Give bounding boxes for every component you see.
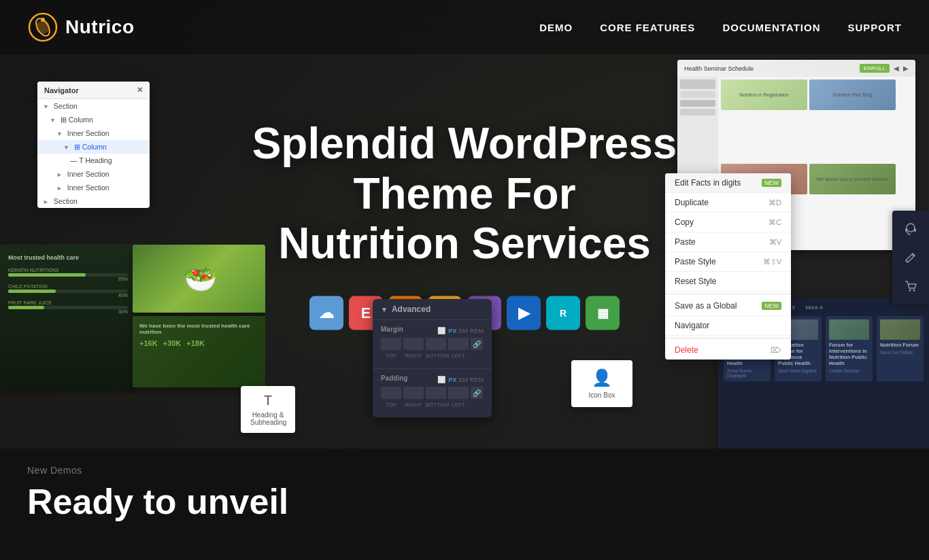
padding-link-icon[interactable]: 🔗: [471, 387, 483, 399]
padding-bottom-input[interactable]: [426, 387, 446, 399]
navigator-close-icon[interactable]: ✕: [137, 86, 143, 94]
forum-card-img-3: [829, 319, 869, 340]
margin-link-icon[interactable]: 🔗: [471, 338, 483, 350]
seminar-thumb-1: Nutrition in Registration: [721, 80, 807, 110]
thumb-label-2: Nutrition Plan Blog: [832, 92, 872, 97]
stat-bar-1: KERATIN NUTRITIONS 65%: [8, 268, 128, 281]
nav-item-heading[interactable]: — T Heading: [37, 154, 150, 167]
ctx-delete[interactable]: Delete ⌦: [665, 340, 791, 360]
edit-icon: [904, 251, 917, 264]
revolution-plugin-icon[interactable]: R: [546, 296, 580, 330]
stats-row: +16K +30K +18K: [139, 339, 262, 347]
forum-nav-views[interactable]: More 4: [803, 303, 826, 312]
ctx-navigator[interactable]: Navigator: [665, 316, 791, 336]
nav-demo[interactable]: DEMO: [539, 22, 573, 33]
seminar-title: Health Seminar Schedule: [684, 65, 754, 72]
margin-label: Margin: [381, 326, 403, 333]
forum-card-meta-1: Show Bonus Displayed: [727, 368, 767, 378]
caret-icon: ►: [56, 185, 63, 192]
seminar-enroll-btn[interactable]: ENROLL: [860, 64, 890, 73]
ctx-new-badge: NEW: [762, 179, 781, 187]
margin-bottom-input[interactable]: [426, 338, 446, 350]
text-card-title: We have been the most trusted health car…: [139, 323, 262, 335]
margin-top-input[interactable]: [381, 338, 401, 350]
margin-right-input[interactable]: [403, 338, 424, 350]
ctx-reset-style-label: Reset Style: [675, 277, 716, 286]
em-unit2[interactable]: EM: [459, 377, 469, 383]
header: Nutrico DEMO CORE FEATURES DOCUMENTATION…: [0, 0, 929, 54]
seminar-thumb-2: Nutrition Plan Blog: [809, 80, 896, 110]
ctx-paste[interactable]: Paste ⌘V: [665, 232, 791, 252]
padding-left-input[interactable]: [448, 387, 469, 399]
stat-label-1: KERATIN NUTRITIONS: [8, 268, 128, 273]
ctx-paste-shortcut: ⌘V: [769, 238, 781, 247]
food-visual: 🥗: [133, 245, 265, 313]
padding-right-input[interactable]: [403, 387, 424, 399]
svg-point-7: [909, 290, 911, 292]
margin-units: PX EM REM: [448, 328, 484, 334]
ctx-edit[interactable]: Edit Facts in digits NEW: [665, 173, 791, 193]
edit-sidebar-btn[interactable]: [898, 245, 924, 270]
ctx-delete-shortcut: ⌦: [771, 346, 781, 355]
nav-item-column2[interactable]: ▼ ⊞ Column: [37, 140, 150, 154]
padding-units: PX EM REM: [448, 377, 484, 383]
ctx-copy-label: Copy: [675, 217, 694, 227]
ctx-save-global[interactable]: Save as a Global NEW: [665, 296, 791, 316]
demo-left-group: Most trusted health care KERATIN NUTRITI…: [0, 245, 265, 394]
cart-icon: [904, 279, 917, 293]
text-demo-card: We have been the most trusted health car…: [133, 316, 265, 387]
ctx-delete-label: Delete: [675, 345, 698, 355]
advanced-padding-section: Padding ⬜ PX EM REM 🔗 TOP RIGHT BOTTOM: [373, 368, 492, 417]
padding-top-input[interactable]: [381, 387, 401, 399]
nav-item-inner-section1[interactable]: ▼ Inner Section: [37, 126, 150, 140]
thumb-label-1: Nutrition in Registration: [739, 92, 789, 97]
svg-point-1: [36, 20, 50, 34]
section-title-text: Ready to unveil: [27, 482, 288, 521]
seminar-nav-prev[interactable]: ◀: [894, 65, 899, 72]
logo[interactable]: Nutrico: [27, 12, 135, 43]
nav-core-features[interactable]: CORE FEATURES: [600, 22, 695, 33]
nav-item-column1[interactable]: ▼ ⊞ Column: [37, 113, 150, 126]
stat-count-3: +18K: [186, 339, 205, 347]
margin-left-input[interactable]: [448, 338, 469, 350]
nav-item-section2[interactable]: ► Section: [37, 194, 150, 208]
nav-item-inner-section2[interactable]: ► Inner Section: [37, 167, 150, 181]
ctx-reset-style[interactable]: Reset Style: [665, 272, 791, 292]
cart-sidebar-btn[interactable]: [898, 273, 924, 299]
stat-count-2: +30K: [163, 339, 182, 347]
cloud-plugin-icon[interactable]: ☁: [309, 296, 343, 330]
px-unit2[interactable]: PX: [448, 377, 456, 383]
svg-point-3: [41, 18, 45, 22]
navigator-panel: Navigator ✕ ▼ Section ▼ ⊞ Column ▼ Inner…: [37, 82, 150, 208]
context-menu: Edit Facts in digits NEW Duplicate ⌘D Co…: [665, 173, 791, 360]
hero-title: Splendid WordPress Theme For Nutrition S…: [192, 119, 737, 269]
nav-support[interactable]: SUPPORT: [847, 22, 902, 33]
svg-point-4: [907, 224, 915, 232]
nav-item-section1[interactable]: ▼ Section: [37, 99, 150, 113]
em-unit[interactable]: EM: [459, 328, 469, 334]
left-label: LEFT: [448, 353, 469, 359]
caret-icon: ►: [56, 171, 63, 178]
ctx-paste-style[interactable]: Paste Style ⌘⇧V: [665, 252, 791, 272]
stats-card-title: Most trusted health care: [8, 254, 128, 261]
rem-unit2[interactable]: REM: [470, 377, 484, 383]
section-title: Ready to unveil: [27, 483, 902, 521]
ctx-duplicate-label: Duplicate: [675, 198, 709, 207]
forum-card-meta-3: Create Session: [829, 368, 869, 373]
rem-unit[interactable]: REM: [470, 328, 484, 334]
advanced-panel: ▼ Advanced Margin ⬜ PX EM REM 🔗: [373, 299, 492, 417]
nav-documentation[interactable]: DOCUMENTATION: [722, 22, 820, 33]
seminar-nav-next[interactable]: ▶: [903, 65, 909, 72]
px-unit[interactable]: PX: [448, 328, 456, 334]
ctx-duplicate[interactable]: Duplicate ⌘D: [665, 193, 791, 213]
padding-input-labels: TOP RIGHT BOTTOM LEFT: [381, 402, 484, 408]
nav-item-inner-section3[interactable]: ► Inner Section: [37, 181, 150, 194]
wpbakery-plugin-icon[interactable]: ▶: [507, 296, 541, 330]
sidebar-block4: [680, 109, 715, 116]
headset-sidebar-btn[interactable]: [898, 216, 924, 242]
stats-demo-card: Most trusted health care KERATIN NUTRITI…: [0, 245, 136, 387]
calendar-plugin-icon[interactable]: ▦: [586, 296, 620, 330]
main-nav: DEMO CORE FEATURES DOCUMENTATION SUPPORT: [539, 22, 902, 33]
ctx-copy[interactable]: Copy ⌘C: [665, 213, 791, 232]
caret-icon: ▼: [63, 144, 69, 151]
